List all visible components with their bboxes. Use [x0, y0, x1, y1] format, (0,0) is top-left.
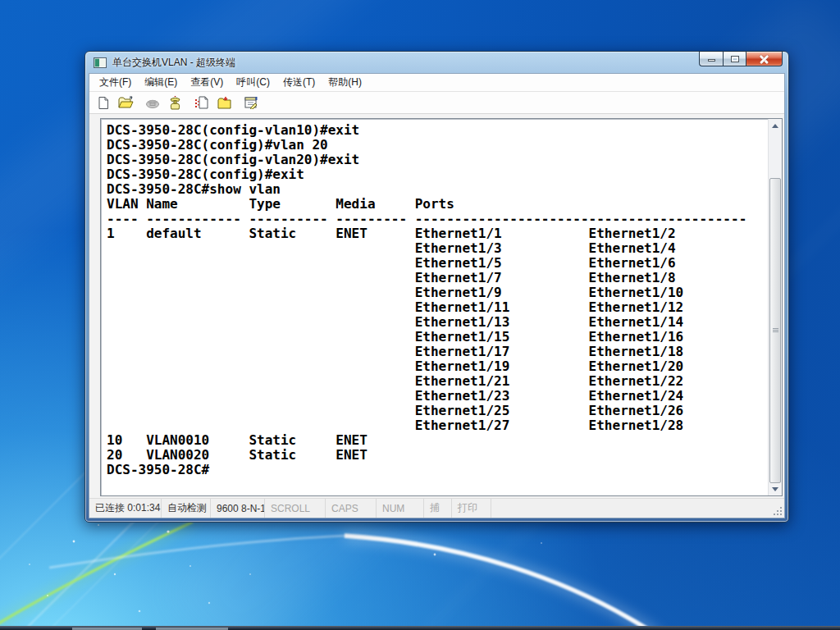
title-bar[interactable]: 单台交换机VLAN - 超级终端: [85, 52, 788, 73]
menu-edit[interactable]: 编辑(E): [138, 74, 184, 91]
terminal-output[interactable]: DCS-3950-28C(config-vlan10)#exit DCS-395…: [101, 119, 768, 495]
scroll-up-button[interactable]: [769, 119, 782, 132]
call-button[interactable]: [144, 95, 161, 111]
phone-call-icon: [145, 97, 160, 109]
status-emulation: 自动检测: [162, 499, 211, 518]
close-button[interactable]: [746, 51, 783, 66]
properties-icon: [244, 96, 258, 109]
status-num: NUM: [377, 499, 424, 518]
open-connection-button[interactable]: [117, 95, 134, 111]
resize-grip[interactable]: [772, 505, 783, 516]
phone-hangup-icon: [168, 96, 182, 110]
menu-transfer[interactable]: 传送(T): [276, 74, 322, 91]
status-capture: 捕: [424, 499, 452, 518]
properties-button[interactable]: [243, 95, 259, 111]
maximize-button[interactable]: [723, 51, 746, 66]
window-title: 单台交换机VLAN - 超级终端: [112, 56, 235, 70]
maximize-icon: [731, 56, 739, 62]
scroll-down-icon: [772, 487, 778, 491]
new-connection-button[interactable]: [95, 95, 112, 111]
status-bar: 已连接 0:01:34 自动检测 9600 8-N-1 SCROLL CAPS …: [89, 498, 784, 518]
new-file-icon: [97, 96, 110, 110]
menu-help[interactable]: 帮助(H): [322, 74, 368, 91]
status-baud: 9600 8-N-1: [211, 499, 265, 518]
taskbar[interactable]: [0, 626, 840, 630]
scrollbar-thumb[interactable]: [769, 178, 781, 483]
app-icon: [94, 57, 107, 68]
terminal-view[interactable]: DCS-3950-28C(config-vlan10)#exit DCS-395…: [100, 118, 783, 496]
menu-call[interactable]: 呼叫(C): [230, 74, 276, 91]
send-file-icon: [194, 96, 209, 109]
toolbar: [89, 92, 784, 114]
caption-buttons: [699, 51, 783, 66]
status-scroll: SCROLL: [265, 499, 326, 518]
menu-bar: 文件(F) 编辑(E) 查看(V) 呼叫(C) 传送(T) 帮助(H): [89, 74, 784, 92]
close-icon: [760, 54, 769, 63]
status-print-echo: 打印: [452, 499, 491, 518]
receive-folder-icon: [217, 96, 232, 109]
hyperterminal-window: 单台交换机VLAN - 超级终端 文件(F) 编辑(E) 查看(V) 呼叫(C)…: [84, 51, 789, 523]
hang-up-button[interactable]: [167, 95, 183, 111]
minimize-button[interactable]: [699, 51, 723, 66]
menu-view[interactable]: 查看(V): [184, 74, 230, 91]
minimize-icon: [708, 59, 715, 62]
window-client-area: 文件(F) 编辑(E) 查看(V) 呼叫(C) 传送(T) 帮助(H): [89, 73, 785, 518]
vertical-scrollbar[interactable]: [768, 119, 782, 495]
scroll-down-button[interactable]: [769, 482, 782, 495]
receive-button[interactable]: [216, 95, 232, 111]
menu-file[interactable]: 文件(F): [93, 74, 138, 91]
open-folder-icon: [118, 96, 134, 109]
status-caps: CAPS: [326, 499, 377, 518]
status-connection: 已连接 0:01:34: [89, 499, 162, 518]
send-button[interactable]: [194, 95, 210, 111]
scrollbar-grip-icon: [773, 328, 778, 329]
scroll-up-icon: [772, 124, 778, 128]
